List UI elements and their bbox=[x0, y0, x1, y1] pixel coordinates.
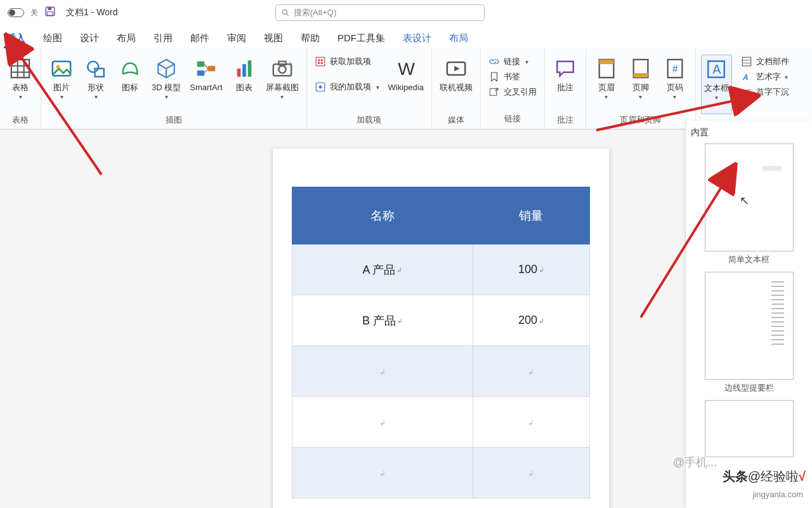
svg-rect-24 bbox=[278, 62, 285, 65]
my-addins-button[interactable]: 我的加载项▾ bbox=[312, 80, 382, 94]
cursor-icon: ↖ bbox=[740, 194, 749, 208]
footer-icon bbox=[630, 56, 652, 81]
svg-text:A: A bbox=[713, 62, 722, 76]
table-row: ↲↲ bbox=[292, 346, 590, 397]
gallery-item-sidebar[interactable]: 边线型提要栏 bbox=[691, 272, 807, 394]
table-header-name[interactable]: 名称 bbox=[292, 187, 473, 244]
icons-button[interactable]: 图标 bbox=[115, 55, 145, 114]
group-addins: 加载项 bbox=[357, 114, 381, 128]
save-icon[interactable] bbox=[44, 6, 56, 20]
watermark-url: jingyanla.com bbox=[753, 490, 804, 499]
search-icon bbox=[281, 8, 290, 17]
svg-line-18 bbox=[204, 69, 208, 73]
table-row: B 产品↲200↲ bbox=[292, 295, 590, 346]
search-input[interactable]: 搜索(Alt+Q) bbox=[275, 4, 485, 21]
gallery-item-simple-textbox[interactable]: ↖ 简单文本框 bbox=[691, 144, 807, 265]
tab-insert[interactable]: 插入 bbox=[4, 29, 28, 48]
online-video-button[interactable]: 联机视频 bbox=[437, 55, 475, 114]
textbox-button[interactable]: A 文本框▾ bbox=[701, 55, 732, 114]
svg-line-17 bbox=[204, 64, 208, 69]
tab-mailings[interactable]: 邮件 bbox=[188, 29, 212, 48]
table-button[interactable]: 表格 ▾ bbox=[5, 55, 36, 114]
autosave-toggle[interactable] bbox=[8, 8, 24, 17]
group-media: 媒体 bbox=[448, 114, 464, 128]
dropcap-icon: A bbox=[741, 86, 752, 98]
tab-view[interactable]: 视图 bbox=[261, 29, 285, 48]
svg-rect-15 bbox=[197, 70, 204, 76]
svg-rect-13 bbox=[95, 69, 104, 77]
svg-point-12 bbox=[88, 62, 98, 72]
svg-rect-20 bbox=[242, 64, 246, 77]
picture-icon bbox=[51, 56, 72, 81]
group-comments: 批注 bbox=[557, 114, 573, 128]
search-placeholder: 搜索(Alt+Q) bbox=[294, 7, 337, 18]
wikipedia-icon: W bbox=[395, 56, 417, 81]
tab-draw[interactable]: 绘图 bbox=[41, 29, 65, 48]
tab-design[interactable]: 设计 bbox=[77, 29, 102, 48]
svg-text:A: A bbox=[742, 88, 747, 97]
group-links: 链接 bbox=[504, 113, 521, 126]
table-icon bbox=[10, 56, 31, 81]
comment-button[interactable]: 批注 bbox=[550, 55, 580, 114]
chart-button[interactable]: 图表 bbox=[229, 55, 259, 114]
group-illustrations: 插图 bbox=[166, 114, 182, 128]
svg-rect-28 bbox=[320, 59, 322, 61]
panel-title: 内置 bbox=[691, 127, 807, 138]
tab-review[interactable]: 审阅 bbox=[225, 29, 249, 48]
svg-text:W: W bbox=[398, 58, 415, 79]
picture-button[interactable]: 图片▾ bbox=[46, 55, 77, 114]
svg-point-23 bbox=[278, 66, 285, 73]
tab-table-design[interactable]: 表设计 bbox=[400, 29, 434, 48]
wordart-button[interactable]: A艺术字▾ bbox=[738, 70, 792, 84]
quickparts-button[interactable]: 文档部件 bbox=[738, 55, 792, 69]
svg-point-3 bbox=[282, 10, 287, 14]
dropcap-button[interactable]: A首字下沉 bbox=[738, 85, 792, 99]
tab-table-layout[interactable]: 布局 bbox=[447, 29, 471, 48]
header-button[interactable]: 页眉▾ bbox=[591, 55, 622, 114]
page-number-button[interactable]: # 页码▾ bbox=[660, 55, 690, 114]
shapes-button[interactable]: 形状▾ bbox=[81, 55, 111, 114]
close-small-icon: 关 bbox=[30, 8, 38, 18]
smartart-button[interactable]: SmartArt bbox=[187, 55, 225, 114]
3d-models-button[interactable]: 3D 模型▾ bbox=[149, 55, 183, 114]
document-table[interactable]: 名称 销量 A 产品↲100↲ B 产品↲200↲ ↲↲ ↲↲ ↲↲ bbox=[292, 187, 590, 498]
chevron-down-icon: ▾ bbox=[19, 93, 22, 100]
link-icon bbox=[488, 56, 500, 67]
link-button[interactable]: 链接▾ bbox=[486, 55, 539, 69]
svg-rect-2 bbox=[48, 12, 53, 15]
ribbon-tabs: 插入 绘图 设计 布局 引用 邮件 审阅 视图 帮助 PDF工具集 表设计 布局 bbox=[0, 25, 812, 48]
title-bar: 关 文档1 - Word 搜索(Alt+Q) bbox=[0, 0, 812, 25]
gallery-item[interactable] bbox=[691, 400, 807, 457]
tab-pdf-tools[interactable]: PDF工具集 bbox=[335, 29, 388, 48]
chart-icon bbox=[233, 56, 255, 81]
svg-rect-26 bbox=[316, 57, 325, 66]
ribbon: 表格 ▾ 表格 图片▾ 形状▾ 图标 3D 模型▾ bbox=[0, 48, 812, 130]
textbox-icon: A bbox=[705, 57, 727, 82]
svg-rect-30 bbox=[320, 62, 322, 64]
addins-icon bbox=[315, 81, 326, 93]
bookmark-icon bbox=[488, 71, 500, 83]
comment-icon bbox=[554, 56, 576, 81]
svg-rect-43 bbox=[742, 57, 751, 66]
crossref-button[interactable]: 交叉引用 bbox=[486, 85, 539, 99]
smartart-icon bbox=[195, 56, 217, 81]
footer-button[interactable]: 页脚▾ bbox=[625, 55, 656, 114]
wikipedia-button[interactable]: W Wikipedia bbox=[386, 55, 426, 114]
bookmark-button[interactable]: 书签 bbox=[486, 70, 539, 84]
get-addins-button[interactable]: 获取加载项 bbox=[312, 55, 382, 69]
camera-icon: + bbox=[272, 56, 293, 81]
document-page: 名称 销量 A 产品↲100↲ B 产品↲200↲ ↲↲ ↲↲ ↲↲ bbox=[273, 149, 609, 508]
table-header-sales[interactable]: 销量 bbox=[473, 187, 589, 244]
tab-layout[interactable]: 布局 bbox=[114, 29, 138, 48]
group-tables: 表格 bbox=[12, 114, 29, 128]
document-title: 文档1 - Word bbox=[66, 7, 117, 18]
svg-rect-38 bbox=[634, 73, 648, 77]
tab-help[interactable]: 帮助 bbox=[298, 29, 322, 48]
screenshot-button[interactable]: + 屏幕截图▾ bbox=[263, 55, 301, 114]
tab-references[interactable]: 引用 bbox=[151, 29, 175, 48]
svg-rect-5 bbox=[11, 60, 29, 77]
crossref-icon bbox=[488, 86, 500, 98]
svg-text:+: + bbox=[287, 59, 292, 69]
quickparts-icon bbox=[741, 56, 752, 67]
watermark-brand: 头条@经验啦√ bbox=[723, 468, 806, 485]
